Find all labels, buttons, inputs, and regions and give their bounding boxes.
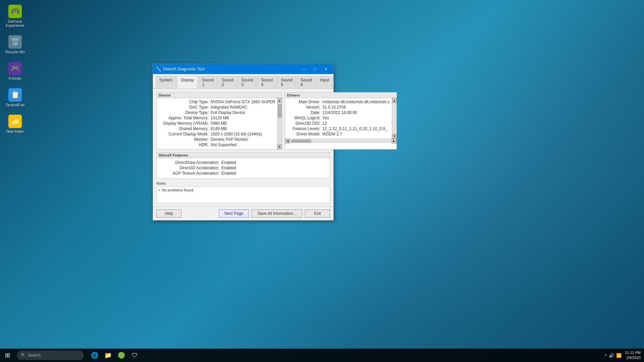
taskbar-search[interactable]: 🔍 Search [17, 351, 84, 360]
network-icon[interactable]: 📶 [616, 353, 622, 358]
date-display: 2/9/2023 [626, 355, 641, 360]
directx-features-panel: DirectX Features DirectDraw Acceleration… [156, 152, 330, 179]
desktop-icon-fortnite[interactable]: 🎮 Fortnite [3, 60, 27, 82]
drivers-row-1: Version: 31.0.15.2756 [287, 105, 390, 110]
desktop-icon-area: 🎮 GeForce Experience 🗑️ Recycle Bin 🎮 Fo… [3, 3, 27, 135]
drivers-label: Drivers [285, 93, 396, 98]
device-row-7: Monitor: Generic PnP Monitor [159, 137, 275, 142]
taskbar-right: ^ 🔊 📶 11:11 PM 2/9/2023 [605, 350, 644, 361]
drivers-row-0: Main Driver: nvldumdx.dll,nvldumdx.dll,n… [287, 100, 390, 104]
device-scroll-thumb-area [277, 103, 282, 144]
close-button[interactable]: ✕ [321, 64, 331, 74]
tab-sound1[interactable]: Sound 1 [198, 76, 217, 88]
taskbar-icon-browser[interactable]: 🌐 [89, 349, 101, 361]
tacticalpad-icon: 📋 [8, 88, 22, 102]
drivers-row-6: Driver Model: WDDM 2.7 [287, 132, 390, 136]
device-label: Device [157, 93, 282, 98]
drivers-scroll-down[interactable]: ▼ [392, 134, 397, 138]
fortnite-icon: 🎮 [8, 62, 22, 75]
speaker-icon[interactable]: 🔊 [609, 353, 614, 358]
maximize-button[interactable]: □ [310, 64, 320, 74]
drivers-row-5: Feature Levels: 12_1,12_0,11_1,11_0,10_1… [287, 126, 390, 131]
device-panel: Device Chip Type: NVIDIA GeForce GTX 166… [156, 92, 282, 149]
drivers-hscrollbar[interactable]: ◀ ▶ [285, 138, 396, 143]
tab-sound4[interactable]: Sound 4 [257, 76, 276, 88]
drivers-hscroll-track [290, 139, 392, 143]
recycle-icon: 🗑️ [8, 35, 22, 49]
taskbar-icon-shield[interactable]: 🛡 [129, 349, 141, 361]
device-row-2: Device Type: Full Display Device [159, 110, 275, 115]
tab-sound2[interactable]: Sound 2 [218, 76, 237, 88]
drivers-scroll-up[interactable]: ▲ [392, 98, 397, 103]
new-folder-label: New folder [6, 129, 24, 133]
directx-features-content: DirectDraw Acceleration: Enabled Direct3… [157, 158, 330, 178]
drivers-content-area: Main Driver: nvldumdx.dll,nvldumdx.dll,n… [285, 98, 396, 138]
drivers-scroll-track [392, 103, 396, 134]
bottom-bar: Help Next Page Save All Information... E… [153, 206, 333, 220]
desktop-icon-geforce[interactable]: 🎮 GeForce Experience [3, 3, 27, 29]
window-controls: — □ ✕ [299, 64, 331, 74]
geforce-label: GeForce Experience [5, 19, 25, 27]
device-scroll-thumb[interactable] [278, 104, 282, 118]
device-row-0: Chip Type: NVIDIA GeForce GTX 1660 SUPER [159, 100, 275, 104]
drivers-hscroll-right[interactable]: ▶ [392, 139, 396, 143]
chevron-up-icon[interactable]: ^ [605, 353, 607, 358]
taskbar: ⊞ 🔍 Search 🌐 📁 🟢 🛡 ^ 🔊 📶 11:11 PM 2/9/20… [0, 349, 644, 362]
directx-features-label: DirectX Features [157, 153, 330, 158]
new-folder-icon: 📁 [8, 115, 22, 128]
tab-sound3[interactable]: Sound 3 [238, 76, 257, 88]
window-app-icon: 🔧 [156, 66, 161, 72]
time-display: 11:11 PM [625, 350, 641, 355]
drivers-hscroll-left[interactable]: ◀ [285, 139, 290, 143]
window-content: Device Chip Type: NVIDIA GeForce GTX 166… [153, 89, 333, 206]
taskbar-icon-nvidia[interactable]: 🟢 [115, 349, 127, 361]
notes-box: • No problems found. [156, 186, 330, 203]
notes-text: No problems found. [162, 188, 194, 192]
notes-section: Notes • No problems found. [156, 181, 330, 203]
tab-display[interactable]: Display [177, 76, 198, 88]
device-scroll-down[interactable]: ▼ [277, 144, 282, 149]
taskbar-icon-explorer[interactable]: 📁 [102, 349, 114, 361]
device-scroll-content: Chip Type: NVIDIA GeForce GTX 1660 SUPER… [157, 98, 277, 149]
feat-row-0: DirectDraw Acceleration: Enabled [159, 160, 327, 165]
tacticalpad-label: TacticalPad [6, 103, 24, 107]
fortnite-label: Fortnite [9, 76, 21, 80]
desktop-icon-new-folder[interactable]: 📁 New folder [3, 113, 27, 135]
clock[interactable]: 11:11 PM 2/9/2023 [625, 350, 641, 361]
search-placeholder: Search [28, 353, 41, 358]
device-row-3: Approx. Total Memory: 14129 MB [159, 116, 275, 120]
next-page-button[interactable]: Next Page [219, 209, 249, 218]
feat-row-2: AGP Texture Acceleration: Enabled [159, 171, 327, 176]
help-button[interactable]: Help [156, 209, 181, 218]
window-title: DirectX Diagnostic Tool [163, 67, 299, 71]
tab-input[interactable]: Input [317, 76, 333, 88]
device-row-4: Display Memory (VRAM): 5980 MB [159, 121, 275, 126]
drivers-hscroll-thumb[interactable] [291, 139, 311, 143]
tab-sound6[interactable]: Sound 6 [297, 76, 316, 88]
desktop-icon-tacticalpad[interactable]: 📋 TacticalPad [3, 87, 27, 108]
desktop-icon-recycle[interactable]: 🗑️ Recycle Bin [3, 34, 27, 55]
drivers-vscrollbar[interactable]: ▲ ▼ [392, 98, 396, 138]
tab-system[interactable]: System [156, 76, 176, 88]
taskbar-app-icons: 🌐 📁 🟢 🛡 [89, 349, 141, 361]
tab-sound5[interactable]: Sound 5 [277, 76, 296, 88]
device-scroll-up[interactable]: ▲ [277, 98, 282, 103]
drivers-panel: Drivers Main Driver: nvldumdx.dll,nvldum… [285, 92, 397, 149]
drivers-row-4: Direct3D DDI: 12 [287, 121, 390, 126]
start-button[interactable]: ⊞ [0, 349, 15, 362]
search-icon: 🔍 [21, 353, 26, 358]
device-vscrollbar[interactable]: ▲ ▼ [277, 98, 282, 149]
drivers-scroll-content: Main Driver: nvldumdx.dll,nvldumdx.dll,n… [285, 98, 392, 138]
exit-button[interactable]: Exit [305, 209, 330, 218]
geforce-icon: 🎮 [8, 5, 22, 18]
notes-section-label: Notes [156, 181, 330, 185]
minimize-button[interactable]: — [299, 64, 309, 74]
drivers-row-3: WHQL Logo'd: Yes [287, 116, 390, 120]
drivers-row-2: Date: 12/4/2022 16:00:00 [287, 110, 390, 115]
device-row-6: Current Display Mode: 644 x 362 (32 bi… [159, 132, 275, 136]
device-row-1: DAC Type: Integrated RAMDAC [159, 105, 275, 110]
save-all-button[interactable]: Save All Information... [252, 209, 302, 218]
device-row-8: HDR: Not Supported [159, 142, 275, 147]
notes-bullet: • [159, 188, 160, 192]
window-titlebar: 🔧 DirectX Diagnostic Tool — □ ✕ [153, 64, 333, 74]
